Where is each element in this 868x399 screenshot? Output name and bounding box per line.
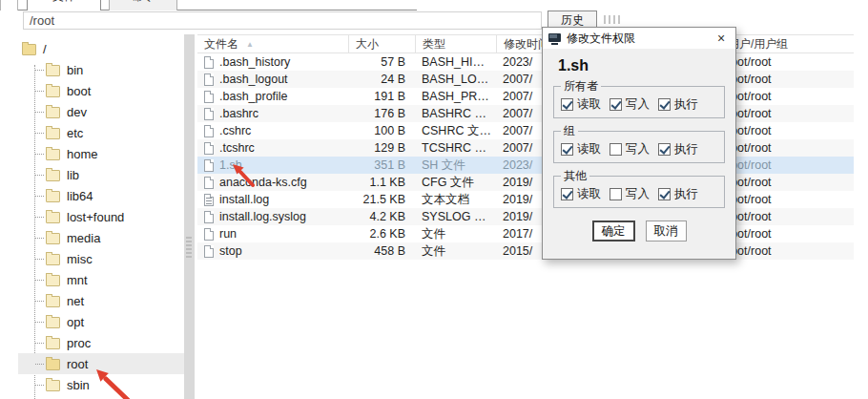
file-owner: root/root [720,124,854,137]
file-row[interactable]: run2.6 KB文件2017/root/root [197,225,854,242]
tree-item-label: mnt [67,273,88,287]
file-row[interactable]: .bash_profile191 BBASH_PR…2007/root/root [197,88,854,105]
file-size: 176 B [348,107,415,120]
column-header-type[interactable]: 类型 [415,35,496,52]
address-bar: /root 历史 [0,10,868,34]
exec-checkbox[interactable]: 执行 [658,141,698,158]
tree-item-misc[interactable]: misc [18,248,184,269]
tree-item-label: opt [67,315,84,329]
file-row[interactable]: install.log21.5 KB文本文档2019/root/root [197,191,854,208]
window-corner-stub [0,0,18,10]
folder-icon [46,233,60,244]
checkbox-label: 读取 [577,186,601,202]
tree-item-mnt[interactable]: mnt [18,269,184,290]
file-size: 21.5 KB [348,193,415,206]
file-type: TCSHRC … [415,141,496,155]
file-row[interactable]: .cshrc100 BCSHRC 文…2007/root/root [197,122,854,139]
file-icon [204,108,214,120]
cancel-button[interactable]: 取消 [646,220,687,242]
file-type: CFG 文件 [415,175,496,191]
tree-item-proc[interactable]: proc [18,332,184,353]
tree-item-etc[interactable]: etc [18,122,184,143]
file-owner: root/root [720,107,854,120]
checkbox-checked-icon [658,188,671,200]
column-header-label: 文件名 [204,36,238,52]
file-size: 24 B [348,73,415,86]
tree-item-lib64[interactable]: lib64 [18,185,184,206]
file-row[interactable]: 1.sh351 BSH 文件2023/root/root [197,157,854,174]
tree-item-label: misc [67,252,93,266]
read-checkbox[interactable]: 读取 [561,96,601,113]
file-row[interactable]: .tcshrc129 BTCSHRC …2007/root/root [197,139,854,157]
tab-file[interactable]: 文件 [27,0,101,10]
address-input[interactable]: /root [23,11,542,30]
close-icon[interactable]: × [713,31,730,46]
ok-button[interactable]: 确定 [592,220,635,242]
file-row[interactable]: .bash_logout24 BBASH_LO…2007/root/root [197,71,854,88]
tree-item-bin[interactable]: bin [18,59,184,80]
tree-item-label: proc [67,336,91,350]
checkbox-unchecked-icon [610,143,622,156]
main-area: / binbootdevetchomeliblib64lost+foundmed… [0,34,868,399]
tree-item-partial[interactable] [18,395,184,399]
read-checkbox[interactable]: 读取 [561,141,601,158]
write-checkbox[interactable]: 写入 [610,141,650,158]
write-checkbox[interactable]: 写入 [610,186,650,202]
file-icon [204,91,214,103]
computer-icon [548,33,561,42]
exec-checkbox[interactable]: 执行 [658,96,698,113]
tree-item-lost+found[interactable]: lost+found [18,206,184,227]
tree-item-media[interactable]: media [18,227,184,248]
permission-group-label: 组 [561,123,578,139]
file-owner: root/root [720,210,854,223]
tree-item-root-slash[interactable]: / [18,38,184,59]
tree-item-label: / [43,42,47,56]
write-checkbox[interactable]: 写入 [610,96,650,113]
permission-group-label: 所有者 [561,78,601,94]
permission-group-label: 其他 [561,168,589,184]
tree-item-home[interactable]: home [18,143,184,164]
file-row[interactable]: install.log.syslog4.2 KBSYSLOG …2019/roo… [197,208,854,225]
tree-scrollbar[interactable] [184,34,195,399]
file-list-header: 文件名 ▲ 大小 类型 修改时间 用户/用户组 [197,34,854,53]
file-type: 文本文档 [415,192,496,208]
file-icon [204,211,214,223]
folder-icon [46,275,60,286]
file-row[interactable]: anaconda-ks.cfg1.1 KBCFG 文件2019/root/roo… [197,174,854,191]
tree-item-opt[interactable]: opt [18,311,184,332]
tree-item-root[interactable]: root [18,353,184,374]
tree-item-dev[interactable]: dev [18,101,184,122]
file-size: 4.2 KB [348,210,415,223]
file-list: 文件名 ▲ 大小 类型 修改时间 用户/用户组 .bash_history57 … [197,34,854,399]
text-file-icon [204,194,214,206]
tab-command[interactable]: 命令 [109,0,177,10]
column-header-filename[interactable]: 文件名 ▲ [197,35,348,52]
exec-checkbox[interactable]: 执行 [658,186,698,202]
tree-item-label: media [67,231,100,245]
tree-item-lib[interactable]: lib [18,164,184,185]
file-row[interactable]: .bashrc176 BBASHRC …2007/root/root [197,105,854,122]
tab-command-label: 命令 [132,0,155,5]
tree-item-label: home [67,147,98,161]
dialog-title-bar[interactable]: 修改文件权限 × [543,28,735,49]
file-row[interactable]: .bash_history57 BBASH_HI…2023/root/root [197,53,854,71]
folder-tree: / binbootdevetchomeliblib64lost+foundmed… [18,34,184,399]
read-checkbox[interactable]: 读取 [561,186,601,202]
file-name: .bash_history [219,55,290,69]
column-header-size[interactable]: 大小 [348,35,415,52]
file-type: 文件 [415,243,496,260]
tree-item-boot[interactable]: boot [18,80,184,101]
file-icon [204,177,214,189]
permission-group: 其他读取写入执行 [553,168,725,208]
file-owner: root/root [720,193,854,206]
folder-icon [46,317,60,328]
file-name: .tcshrc [219,141,255,155]
file-icon [204,159,214,172]
file-row[interactable]: stop458 B文件2015/root/root [197,242,854,260]
file-owner: root/root [720,90,854,103]
file-size: 191 B [348,90,415,103]
tree-item-net[interactable]: net [18,290,184,311]
tree-item-sbin[interactable]: sbin [18,374,184,395]
checkbox-checked-icon [610,98,622,111]
column-header-owner[interactable]: 用户/用户组 [720,35,854,52]
